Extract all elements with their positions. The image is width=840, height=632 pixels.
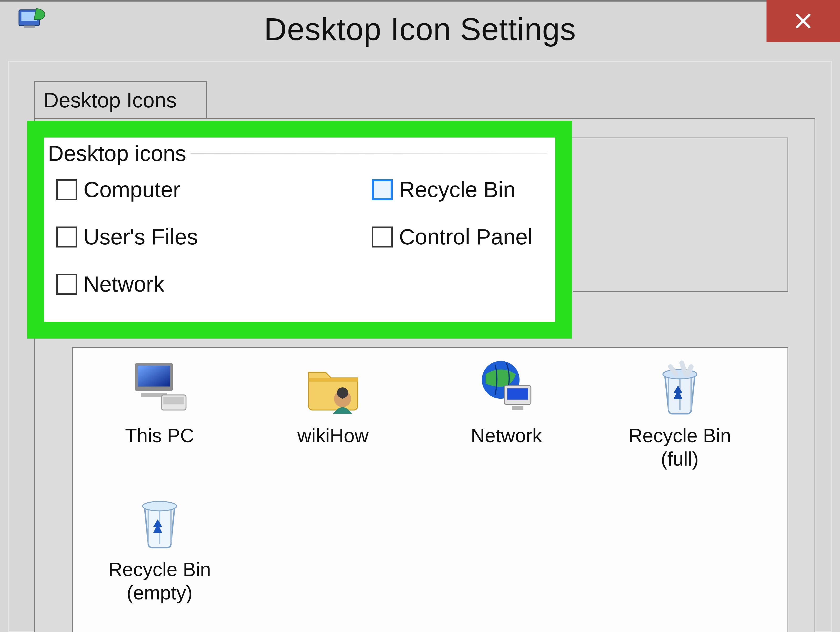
groupbox-border-bottom <box>573 292 788 292</box>
checkbox-network[interactable]: Network <box>56 271 164 297</box>
preview-recycle-bin-empty[interactable]: Recycle Bin (empty) <box>89 490 231 605</box>
network-icon <box>475 356 538 419</box>
checkbox-box <box>372 179 393 200</box>
preview-network[interactable]: Network <box>436 356 577 471</box>
recycle-bin-full-icon <box>648 356 711 419</box>
preview-this-pc[interactable]: This PC <box>89 356 231 471</box>
icon-preview-box: This PC wikiHow <box>72 347 788 632</box>
svg-rect-12 <box>507 388 528 400</box>
svg-point-14 <box>663 370 697 379</box>
app-icon <box>18 6 47 30</box>
tab-desktop-icons[interactable]: Desktop Icons <box>34 81 207 118</box>
close-icon <box>794 12 812 30</box>
preview-label: Recycle Bin (empty) <box>89 558 231 605</box>
preview-label: Network <box>471 424 542 471</box>
svg-point-15 <box>142 501 177 511</box>
preview-recycle-bin-full[interactable]: Recycle Bin (full) <box>609 356 751 471</box>
preview-label: Recycle Bin (full) <box>609 424 751 471</box>
checkbox-label: Recycle Bin <box>399 177 516 202</box>
checkbox-label: Computer <box>84 177 180 202</box>
checkbox-label: User's Files <box>84 224 198 250</box>
checkbox-control-panel[interactable]: Control Panel <box>372 224 533 250</box>
svg-rect-13 <box>512 406 523 410</box>
preview-label: This PC <box>125 424 194 471</box>
desktop-icons-group-highlight: Desktop icons Computer User's Files Netw… <box>27 121 572 339</box>
title-bar: Desktop Icon Settings <box>0 2 840 57</box>
this-pc-icon <box>128 356 191 419</box>
checkbox-label: Control Panel <box>399 224 533 250</box>
checkbox-users-files[interactable]: User's Files <box>56 224 198 250</box>
checkbox-label: Network <box>84 271 164 297</box>
checkbox-box <box>56 227 77 247</box>
checkbox-box <box>56 179 77 200</box>
svg-rect-2 <box>24 25 35 28</box>
checkbox-box <box>56 274 77 295</box>
checkbox-box <box>372 227 393 247</box>
tab-label: Desktop Icons <box>44 88 177 112</box>
window-title: Desktop Icon Settings <box>264 11 576 47</box>
checkbox-computer[interactable]: Computer <box>56 177 180 202</box>
svg-rect-8 <box>163 397 184 405</box>
close-button[interactable] <box>766 0 840 42</box>
preview-label: wikiHow <box>297 424 369 471</box>
client-area: Desktop Icons <box>8 61 832 632</box>
checkbox-recycle-bin[interactable]: Recycle Bin <box>372 177 516 202</box>
preview-user-folder[interactable]: wikiHow <box>262 356 404 471</box>
svg-rect-5 <box>138 366 170 386</box>
groupbox-legend: Desktop icons <box>48 141 191 166</box>
user-folder-icon <box>302 356 365 419</box>
recycle-bin-empty-icon <box>128 490 191 553</box>
